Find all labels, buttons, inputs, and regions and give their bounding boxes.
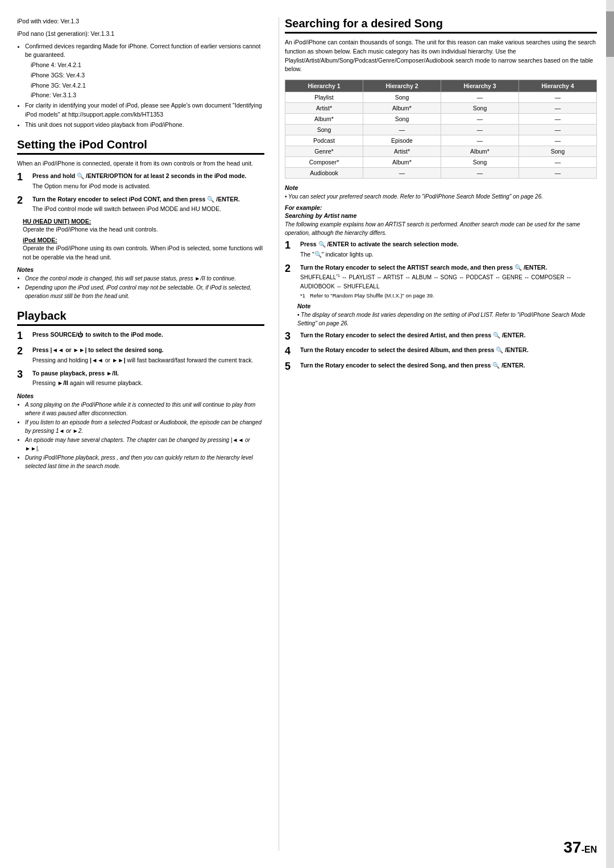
notes-list: Once the control mode is changed, this w… [17,274,264,300]
step-body: Pressing and holding |◄◄ or ►►| will fas… [32,356,264,365]
table-cell: Genre* [285,146,363,157]
step-content: Turn the Rotary encoder to select the de… [300,346,597,356]
col-header-h2: Hierarchy 2 [363,80,441,92]
table-cell: Album* [363,103,441,114]
table-cell: Composer* [285,157,363,168]
step-content: Turn the Rotary encoder to select the AR… [300,263,597,299]
table-cell: Audiobook [285,168,363,179]
setting-notes: Notes Once the control mode is changed, … [17,266,264,300]
list-item: iPhone 3G: Ver.4.2.1 [31,81,264,90]
table-cell: — [441,125,519,135]
step-title: Turn the Rotary encoder to select the de… [300,361,597,370]
note-item: Depending upon the iPod used, iPod contr… [25,283,264,300]
table-cell: Artist* [285,103,363,114]
table-row: Artist*Album*Song— [285,103,597,114]
step-content: Turn the Rotary encoder to select the de… [300,361,597,371]
right-step-1: 1 Press 🔍 /ENTER to activate the search … [285,240,597,259]
table-cell: Album* [363,157,441,168]
table-cell: Album* [441,146,519,157]
right-intro: An iPod/iPhone can contain thousands of … [285,38,597,74]
table-cell: Artist* [363,146,441,157]
ipod-mode-label: iPod MODE: [23,237,264,243]
searching-title: Searching for a desired Song [285,17,597,34]
step-number: 3 [17,369,30,381]
table-cell: — [519,114,597,125]
playback-step-2: 2 Press |◄◄ or ►►| to select the desired… [17,346,264,365]
list-item: For clarity in identifying your model of… [25,101,264,119]
note-item: A song playing on the iPod/iPhone while … [25,400,264,418]
note-title: Note [297,303,597,309]
hu-mode-body: Operate the iPod/iPhone via the head uni… [23,225,264,234]
right-step-4: 4 Turn the Rotary encoder to select the … [285,346,597,357]
setting-step-2: 2 Turn the Rotary encoder to select iPod… [17,195,264,214]
table-cell: — [519,125,597,135]
step-body: Pressing ►/II again will resume playback… [32,379,264,388]
table-cell: — [519,103,597,114]
page: iPod with video: Ver.1.3 iPod nano (1st … [0,0,614,868]
table-cell: Song [363,92,441,103]
scrollbar[interactable] [606,0,614,868]
table-cell: — [441,135,519,146]
ipod-version-1: iPod with video: Ver.1.3 [17,17,264,26]
step-title: Turn the Rotary encoder to select the de… [300,346,597,355]
table-cell: — [519,135,597,146]
step-body: The Option menu for iPod mode is activat… [32,182,264,191]
bullet-list-devices: Confirmed devices regarding Made for iPh… [17,42,264,130]
example-body: The following example explains how an AR… [285,220,597,237]
right-step-3: 3 Turn the Rotary encoder to select the … [285,331,597,342]
setting-ipod-control-title: Setting the iPod Control [17,138,264,155]
step-number: 3 [285,331,297,342]
table-row: PlaylistSong—— [285,92,597,103]
col-header-h4: Hierarchy 4 [519,80,597,92]
table-cell: — [519,157,597,168]
inline-note-block: Note • The display of search mode list v… [297,303,597,328]
right-column: Searching for a desired Song An iPod/iPh… [279,17,597,851]
hierarchy-table: Hierarchy 1 Hierarchy 2 Hierarchy 3 Hier… [285,80,597,179]
table-cell: Episode [363,135,441,146]
list-item: Confirmed devices regarding Made for iPh… [25,42,264,60]
scrollbar-thumb[interactable] [606,11,614,57]
step-body: The iPod control mode will switch betwee… [32,205,264,214]
step-content: Press |◄◄ or ►►| to select the desired s… [32,346,264,365]
step-title: Press 🔍 /ENTER to activate the search se… [300,240,597,249]
note-item: An episode may have several chapters. Th… [25,436,264,453]
col-header-h1: Hierarchy 1 [285,80,363,92]
step-content: Press SOURCE/⏻ to switch to the iPod mod… [32,330,264,341]
table-cell: Playlist [285,92,363,103]
shuffle-text: SHUFFLEALL*1 ↔ PLAYLIST ↔ ARTIST ↔ ALBUM… [300,273,597,290]
footnote-text: *1 Refer to "Random Play Shuffle (M.I.X.… [300,292,597,299]
table-row: Song——— [285,125,597,135]
playback-step-3: 3 To pause playback, press ►/II. Pressin… [17,369,264,388]
notes-title: Notes [17,392,264,399]
step-content: Turn the Rotary encoder to select iPod C… [32,195,264,214]
for-example-label: For example: [285,204,597,211]
step-title: Press SOURCE/⏻ to switch to the iPod mod… [32,330,264,340]
note-text: • You can select your preferred search m… [285,192,597,201]
setting-step-1: 1 Press and hold 🔍 /ENTER/OPTION for at … [17,172,264,191]
hu-mode-label: HU (HEAD UNIT) MODE: [23,218,264,225]
ipod-version-2: iPod nano (1st generation): Ver.1.3.1 [17,30,264,39]
table-cell: Song [285,125,363,135]
table-row: Album*Song—— [285,114,597,125]
table-cell: Song [363,114,441,125]
table-row: Genre*Artist*Album*Song [285,146,597,157]
note-item: Once the control mode is changed, this w… [25,274,264,283]
step-number: 2 [285,263,297,275]
page-suffix: -EN [581,845,597,854]
table-cell: Song [519,146,597,157]
step-number: 5 [285,361,297,373]
step-title: Press |◄◄ or ►►| to select the desired s… [32,346,264,355]
step-title: Turn the Rotary encoder to select the de… [300,331,597,340]
step-number: 4 [285,346,297,357]
step-number: 1 [17,330,30,342]
step-content: Press and hold 🔍 /ENTER/OPTION for at le… [32,172,264,191]
right-note-block: Note • You can select your preferred sea… [285,184,597,201]
table-cell: — [363,168,441,179]
table-cell: Podcast [285,135,363,146]
table-cell: — [519,168,597,179]
right-step-5: 5 Turn the Rotary encoder to select the … [285,361,597,373]
list-item: iPhone 3GS: Ver.4.3 [31,71,264,80]
right-step-2: 2 Turn the Rotary encoder to select the … [285,263,597,299]
setting-intro: When an iPod/iPhone is connected, operat… [17,159,264,168]
playback-notes-list: A song playing on the iPod/iPhone while … [17,400,264,470]
